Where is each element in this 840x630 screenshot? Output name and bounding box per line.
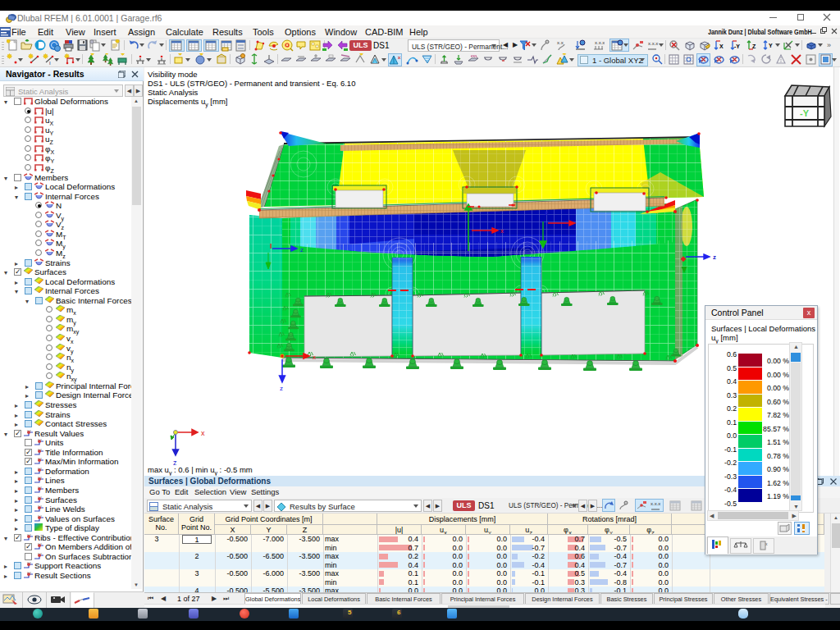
svg-text:X: X — [719, 43, 724, 49]
svg-text:z: z — [713, 253, 716, 261]
svg-text:x.x: x.x — [38, 552, 42, 555]
svg-text:x.x.x: x.x.x — [595, 40, 605, 45]
svg-text:x.x: x.x — [38, 448, 42, 451]
svg-text:x.x: x.x — [27, 561, 31, 564]
svg-text:x.x: x.x — [38, 457, 42, 460]
svg-text:x.x: x.x — [38, 504, 42, 508]
svg-text:x.x: x.x — [557, 40, 564, 45]
svg-text:x.x.x: x.x.x — [648, 41, 658, 46]
svg-text:z: z — [280, 385, 283, 392]
svg-text:Z: Z — [752, 43, 756, 49]
svg-text:x: x — [500, 227, 504, 235]
svg-text:x.x: x.x — [27, 571, 31, 574]
svg-text:I: I — [49, 61, 51, 66]
svg-text:-Y: -Y — [734, 43, 740, 49]
svg-text:x: x — [765, 541, 768, 546]
svg-text:z: z — [300, 246, 304, 253]
svg-text:z: z — [173, 459, 177, 467]
svg-text:-Y: -Y — [800, 108, 810, 118]
svg-text:x.x.x: x.x.x — [651, 501, 660, 506]
svg-text:x.x: x.x — [38, 514, 42, 518]
svg-text:x.x: x.x — [38, 438, 42, 441]
svg-text:x.x: x.x — [38, 486, 42, 489]
svg-text:x.x: x.x — [27, 533, 31, 536]
svg-text:x.x: x.x — [38, 467, 42, 470]
svg-text:x.x: x.x — [27, 429, 31, 432]
svg-text:x: x — [201, 429, 205, 437]
svg-text:z: z — [545, 209, 548, 217]
svg-text:x.x: x.x — [38, 476, 42, 479]
svg-text:Y: Y — [769, 43, 773, 48]
svg-text:x.x: x.x — [38, 542, 42, 546]
svg-text:x: x — [313, 354, 316, 361]
svg-text:x.x: x.x — [38, 495, 42, 499]
